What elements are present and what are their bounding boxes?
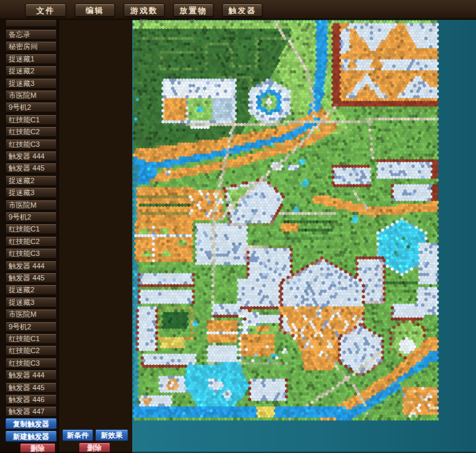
trigger-list-item[interactable]: 触发器 444 bbox=[5, 151, 57, 161]
trigger-list-item[interactable]: 捉迷藏2 bbox=[5, 65, 57, 76]
trigger-list-item[interactable]: 捉迷藏3 bbox=[5, 78, 57, 89]
trigger-list-item[interactable]: 市医院M bbox=[5, 200, 57, 210]
new-trigger-button[interactable]: 新建触发器 bbox=[5, 431, 57, 442]
copy-trigger-button[interactable]: 复制触发器 bbox=[5, 418, 57, 429]
trigger-list-item[interactable]: 触发器 447 bbox=[5, 406, 57, 417]
trigger-list-item[interactable]: 市医院M bbox=[5, 309, 57, 319]
trigger-list-item[interactable]: 9号机2 bbox=[5, 212, 57, 222]
trigger-list-item[interactable]: 红技能C1 bbox=[5, 114, 57, 125]
trigger-list-item[interactable]: 捉迷藏1 bbox=[5, 54, 57, 64]
trigger-list-item[interactable]: 捉迷藏3 bbox=[5, 297, 57, 308]
trigger-list-item-partial[interactable] bbox=[5, 20, 57, 27]
trigger-list-item[interactable]: 触发器 444 bbox=[5, 261, 57, 271]
trigger-list-item[interactable]: 捉迷藏2 bbox=[5, 175, 57, 186]
trigger-list-item[interactable]: 红技能C3 bbox=[5, 248, 57, 259]
map-canvas[interactable] bbox=[132, 20, 476, 453]
trigger-list-item[interactable]: 秘密房间 bbox=[5, 41, 57, 52]
map-editor-window: 文件 编辑 游戏数据 放置物体 触发器 备忘录秘密房间捉迷藏1捉迷藏2捉迷藏3市… bbox=[0, 0, 476, 453]
trigger-list-item[interactable]: 红技能C2 bbox=[5, 236, 57, 247]
trigger-list-item[interactable]: 红技能C1 bbox=[5, 224, 57, 234]
trigger-list-item[interactable]: 红技能C2 bbox=[5, 126, 57, 137]
trigger-list-item[interactable]: 触发器 445 bbox=[5, 382, 57, 393]
menu-item-edit[interactable]: 编辑 bbox=[75, 3, 115, 17]
new-effect-button[interactable]: 新效果 bbox=[95, 429, 128, 441]
trigger-list-item[interactable]: 红技能C3 bbox=[5, 139, 57, 149]
new-condition-button[interactable]: 新条件 bbox=[62, 429, 93, 441]
trigger-detail-panel: 新条件 新效果 删除 bbox=[58, 20, 132, 453]
trigger-list-item[interactable]: 9号机2 bbox=[5, 321, 57, 332]
trigger-list-item[interactable]: 红技能C3 bbox=[5, 358, 57, 368]
menu-item-trigger[interactable]: 触发器 bbox=[222, 3, 262, 17]
menu-item-place-object[interactable]: 放置物体 bbox=[173, 3, 214, 17]
menu-bar: 文件 编辑 游戏数据 放置物体 触发器 bbox=[0, 0, 476, 20]
trigger-list-item[interactable]: 触发器 445 bbox=[5, 272, 57, 283]
trigger-list-item[interactable]: 9号机2 bbox=[5, 102, 57, 112]
menu-item-game-data[interactable]: 游戏数据 bbox=[124, 3, 165, 17]
trigger-list-item[interactable]: 市医院M bbox=[5, 90, 57, 101]
trigger-list-item[interactable]: 触发器 446 bbox=[5, 394, 57, 405]
trigger-list-item[interactable]: 红技能C1 bbox=[5, 333, 57, 344]
trigger-list-item[interactable]: 触发器 444 bbox=[5, 370, 57, 380]
map-viewport bbox=[132, 20, 476, 453]
trigger-list-item[interactable]: 触发器 445 bbox=[5, 163, 57, 173]
menu-item-file[interactable]: 文件 bbox=[25, 3, 66, 17]
trigger-list-panel: 备忘录秘密房间捉迷藏1捉迷藏2捉迷藏3市医院M9号机2红技能C1红技能C2红技能… bbox=[0, 20, 58, 453]
trigger-list-item[interactable]: 捉迷藏3 bbox=[5, 187, 57, 198]
trigger-list-item[interactable]: 捉迷藏2 bbox=[5, 284, 57, 295]
trigger-list-item[interactable]: 红技能C2 bbox=[5, 345, 57, 356]
trigger-list-item[interactable]: 备忘录 bbox=[5, 29, 57, 40]
